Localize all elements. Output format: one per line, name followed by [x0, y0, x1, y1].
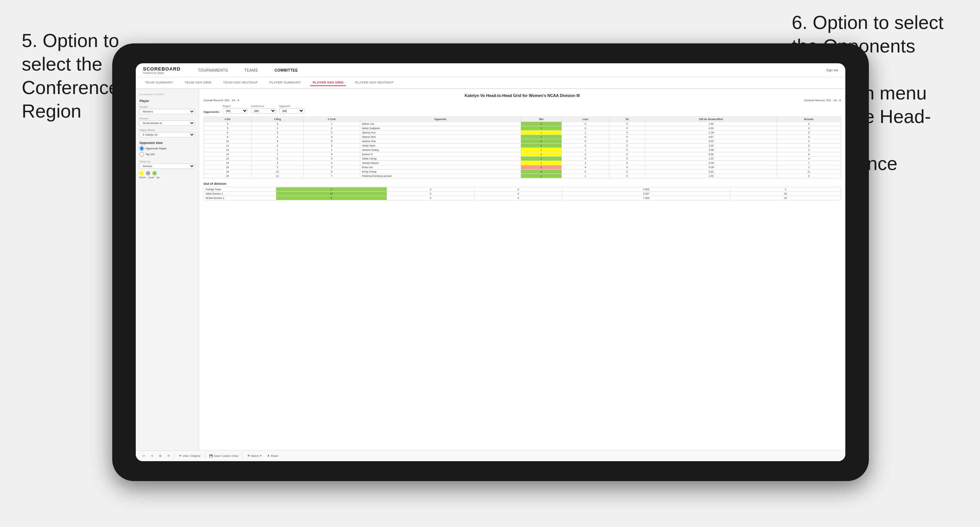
table-row: 15 8 5 Stella Cheng 1 0 0 1.25 4	[204, 157, 841, 161]
subnav-team-h2h-heatmap[interactable]: TEAM H2H HEATMAP	[221, 79, 260, 86]
table-row: 18 2 2 Euna Lee 0 4 0 -5.00 2	[204, 165, 841, 170]
cell-rounds: 3	[777, 135, 841, 139]
cell-reg: 1	[251, 148, 303, 152]
col-rounds: Rounds	[777, 117, 841, 122]
cell-win: 0	[520, 165, 562, 170]
cell-tie: 0	[609, 148, 645, 152]
subnav-player-h2h-heatmap[interactable]: PLAYER H2H HEATMAP	[353, 79, 396, 86]
tablet: SCOREBOARD Powered by clippd TOURNAMENTS…	[112, 43, 869, 481]
cell-conf: 2	[303, 165, 360, 170]
table-row: 20 11 7 Federica Domecq Lacroze 2 1 0 1.…	[204, 174, 841, 178]
cell-tie: 0	[609, 161, 645, 165]
sub-nav: TEAM SUMMARY TEAM H2H GRID TEAM H2H HEAT…	[136, 78, 845, 89]
subnav-player-summary[interactable]: PLAYER SUMMARY	[267, 79, 303, 86]
filter-region-select[interactable]: (All)	[223, 108, 248, 114]
cell-rounds: 2	[777, 165, 841, 170]
filter-row: Opponents: Region (All) Conference (All)	[204, 105, 841, 114]
cell-reg: 8	[251, 157, 303, 161]
table-header-row: # Div # Reg # Conf Opponent Win Loss Tie…	[204, 117, 841, 122]
cell-tie: 0	[609, 135, 645, 139]
ood-opponent: NAIA Division 1	[204, 192, 276, 196]
cell-loss: 0	[562, 126, 609, 130]
cell-opponent: Federica Domecq Lacroze	[360, 174, 520, 178]
cell-diff: -5.00	[645, 165, 776, 170]
player-rank-select[interactable]: 8. Katelyn Vo	[139, 132, 195, 137]
nav-teams[interactable]: TEAMS	[242, 67, 261, 74]
nav-tournaments[interactable]: TOURNAMENTS	[195, 67, 231, 74]
cell-rounds: 2	[777, 148, 841, 152]
radio-top100[interactable]: Top 100	[139, 152, 195, 157]
division-record: Division Record: 331 - 34 - 6	[804, 99, 841, 102]
ood-tie: 0	[475, 187, 562, 192]
cell-rounds: 3	[777, 126, 841, 130]
ood-table-row: Foreign Team 1 0 0 4.500 2	[204, 187, 841, 192]
gender-select[interactable]: Women's	[139, 109, 195, 114]
cell-conf: 2	[303, 126, 360, 130]
division-select[interactable]: NCAA Division III	[139, 121, 195, 126]
sign-out[interactable]: Sign out	[826, 68, 838, 72]
ood-loss: 0	[387, 187, 474, 192]
logo-sub: Powered by clippd	[143, 71, 181, 74]
cell-conf: 5	[303, 144, 360, 148]
filter-opp-group: Opponent (All)	[279, 105, 304, 114]
subnav-team-summary[interactable]: TEAM SUMMARY	[143, 79, 175, 86]
col-conf: # Conf	[303, 117, 360, 122]
save-custom-btn[interactable]: 💾 Save Custom View	[208, 454, 240, 458]
cell-opponent: Esther Lee	[360, 122, 520, 126]
cell-reg: 6	[251, 139, 303, 144]
subnav-team-h2h-grid[interactable]: TEAM H2H GRID	[183, 79, 213, 86]
watch-btn[interactable]: 👁 Watch ▾	[246, 454, 263, 458]
table-row: 11 2 5 Heejo Hyun 1 0 0 3.33 3	[204, 144, 841, 148]
ood-loss: 0	[387, 196, 474, 200]
cell-diff: 3.67	[645, 135, 776, 139]
cell-diff: 3.33	[645, 144, 776, 148]
filter-conf-select[interactable]: (All)	[251, 108, 276, 114]
table-row: 13 1 1 Jessica Huang 1 1 0 -3.00 2	[204, 148, 841, 152]
player-section-title: Player	[139, 99, 195, 103]
share-btn[interactable]: ⬆ Share	[266, 454, 280, 458]
dot-label-level: Level	[148, 176, 154, 179]
col-win: Win	[520, 117, 562, 122]
cell-diff: 4.00	[645, 139, 776, 144]
filter-opp-select[interactable]: (All)	[279, 108, 304, 114]
radio-opponents-played[interactable]: Opponents Played	[139, 146, 195, 151]
view-original-btn[interactable]: 👁 View: Original	[199, 454, 202, 458]
out-of-division-header: Out of division	[204, 182, 841, 186]
cell-tie: 0	[609, 152, 645, 157]
tablet-screen: SCOREBOARD Powered by clippd TOURNAMENTS…	[136, 63, 845, 461]
ood-win: 15	[276, 192, 387, 196]
cell-conf: 4	[303, 161, 360, 165]
cell-tie: 0	[609, 170, 645, 174]
table-row: 14 7 4 Eunice Yi 2 2 0 0.38 9	[204, 152, 841, 157]
cell-loss: 0	[562, 170, 609, 174]
cell-diff: 1.50	[645, 122, 776, 126]
cell-opponent: Jessica Huang	[360, 148, 520, 152]
nav-committee[interactable]: COMMITTEE	[272, 67, 301, 74]
cell-reg: 7	[251, 152, 303, 157]
logo-text: SCOREBOARD	[143, 66, 181, 71]
cell-loss: 0	[562, 144, 609, 148]
cell-div: 14	[204, 152, 251, 157]
logo-area: SCOREBOARD Powered by clippd	[143, 66, 181, 74]
cell-win: 1	[520, 157, 562, 161]
dot-level	[146, 171, 150, 175]
colour-by-select[interactable]: Win/loss	[139, 163, 195, 169]
subnav-player-h2h-grid[interactable]: PLAYER H2H GRID	[310, 79, 346, 86]
cell-div: 5	[204, 126, 251, 130]
cell-diff: 0.38	[645, 152, 776, 157]
top-nav: SCOREBOARD Powered by clippd TOURNAMENTS…	[136, 63, 845, 78]
cell-reg: 2	[251, 165, 303, 170]
cell-diff: -1.00	[645, 130, 776, 135]
dot-up	[153, 171, 157, 175]
col-diff: Diff Av Strokes/Rnd	[645, 117, 776, 122]
cell-diff: -3.00	[645, 148, 776, 152]
cell-tie: 0	[609, 139, 645, 144]
col-div: # Div	[204, 117, 251, 122]
table-row: 10 6 3 Andrea York 2 0 0 4.00 4	[204, 139, 841, 144]
cell-rounds: 4	[777, 139, 841, 144]
cell-rounds: 4	[777, 122, 841, 126]
cell-diff: 1.25	[645, 157, 776, 161]
ood-opponent: Foreign Team	[204, 187, 276, 192]
opponents-label: Opponents:	[204, 110, 220, 114]
cell-tie: 0	[609, 144, 645, 148]
